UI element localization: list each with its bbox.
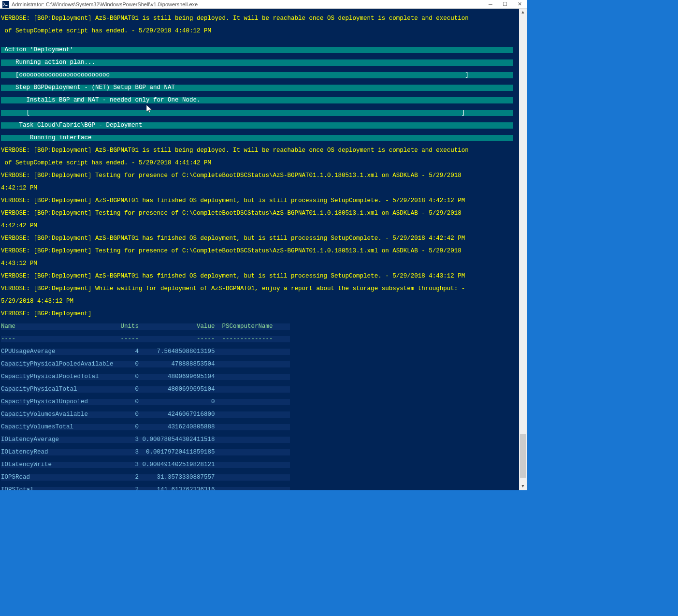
progress-line: Installs BGP amd NAT - needed only for O… <box>1 97 513 103</box>
close-button[interactable]: ✕ <box>512 0 527 9</box>
table-row: CapacityPhysicalTotal 0 4800699695104 <box>1 386 290 393</box>
table-row: IOPSRead 2 31.3573330887557 <box>1 474 290 481</box>
verbose-line: VERBOSE: [BGP:Deployment] AzS-BGPNAT01 h… <box>1 273 465 279</box>
verbose-line: VERBOSE: [BGP:Deployment] AzS-BGPNAT01 h… <box>1 197 465 204</box>
scroll-up-arrow[interactable]: ▲ <box>519 9 527 16</box>
table-row: CapacityPhysicalPooledTotal 0 4800699695… <box>1 374 290 380</box>
table-row: CapacityVolumesAvailable 0 4246067916800 <box>1 411 290 418</box>
table-row: CPUUsageAverage 4 7.56485088013195 <box>1 349 290 355</box>
verbose-line: VERBOSE: [BGP:Deployment] AzS-BGPNAT01 i… <box>1 15 469 22</box>
table-row: IOPSTotal 2 141.613762336316 <box>1 487 290 490</box>
maximize-button[interactable]: ☐ <box>498 0 512 9</box>
table-row: IOLatencyRead 3 0.00179720411859185 <box>1 449 290 455</box>
verbose-line: of SetupComplete script has ended. - 5/2… <box>1 160 211 166</box>
console-output[interactable]: VERBOSE: [BGP:Deployment] AzS-BGPNAT01 i… <box>0 9 519 490</box>
content-area: VERBOSE: [BGP:Deployment] AzS-BGPNAT01 i… <box>0 9 527 490</box>
verbose-line: 5/29/2018 4:43:12 PM <box>1 298 73 305</box>
powershell-window: Administrator: C:\Windows\System32\Windo… <box>0 0 527 490</box>
vertical-scrollbar[interactable]: ▲ ▼ <box>519 9 527 490</box>
progress-line: Task Cloud\Fabric\BGP - Deployment <box>1 122 513 129</box>
window-title: Administrator: C:\Windows\System32\Windo… <box>12 1 483 7</box>
progress-line: Running interface <box>1 135 513 141</box>
verbose-line: VERBOSE: [BGP:Deployment] While waiting … <box>1 285 465 292</box>
table-underline: ---- ----- ----- -------------- <box>1 336 290 342</box>
progress-bar: [ ] <box>1 110 513 116</box>
verbose-line: 4:42:42 PM <box>1 222 37 229</box>
table-row: IOLatencyWrite 3 0.000491402519828121 <box>1 462 290 468</box>
verbose-line: VERBOSE: [BGP:Deployment] Testing for pr… <box>1 248 465 254</box>
progress-line: Step BGPDeployment - (NET) Setup BGP and… <box>1 85 513 91</box>
powershell-icon <box>2 0 10 8</box>
window-controls: ─ ☐ ✕ <box>483 0 527 9</box>
verbose-line: 4:42:12 PM <box>1 185 37 191</box>
verbose-line: VERBOSE: [BGP:Deployment] <box>1 310 92 317</box>
progress-line: Action 'Deployment' <box>1 47 513 53</box>
verbose-line: of SetupComplete script has ended. - 5/2… <box>1 28 211 34</box>
table-row: CapacityVolumesTotal 0 4316240805888 <box>1 424 290 430</box>
table-row: CapacityPhysicalUnpooled 0 0 <box>1 399 290 405</box>
svg-rect-0 <box>2 1 9 8</box>
table-header: Name Units Value PSComputerName <box>1 323 290 330</box>
verbose-line: VERBOSE: [BGP:Deployment] Testing for pr… <box>1 172 465 179</box>
table-row: CapacityPhysicalPooledAvailable 0 478888… <box>1 361 290 367</box>
verbose-line: VERBOSE: [BGP:Deployment] Testing for pr… <box>1 210 465 217</box>
progress-bar: [ooooooooooooooooooooooooo ] <box>1 72 513 78</box>
progress-line: Running action plan... <box>1 59 513 66</box>
minimize-button[interactable]: ─ <box>483 0 498 9</box>
verbose-line: VERBOSE: [BGP:Deployment] AzS-BGPNAT01 i… <box>1 147 469 154</box>
verbose-line: 4:43:12 PM <box>1 260 37 267</box>
verbose-line: VERBOSE: [BGP:Deployment] AzS-BGPNAT01 h… <box>1 235 465 242</box>
scroll-down-arrow[interactable]: ▼ <box>519 483 527 490</box>
table-row: IOLatencyAverage 3 0.000780544302411518 <box>1 437 290 443</box>
titlebar[interactable]: Administrator: C:\Windows\System32\Windo… <box>0 0 527 9</box>
scroll-thumb[interactable] <box>520 434 526 478</box>
